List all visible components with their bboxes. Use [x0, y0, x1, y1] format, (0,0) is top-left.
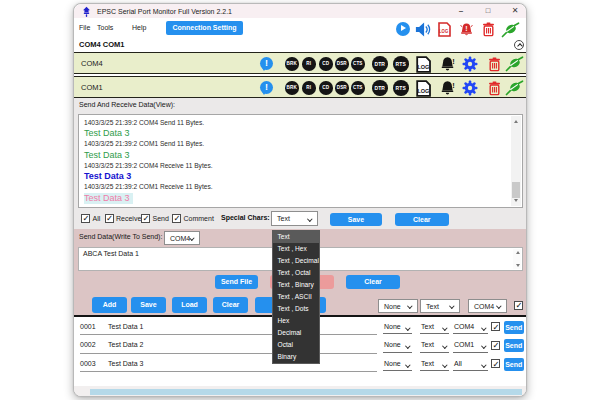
signal-badge[interactable]: DSR	[335, 57, 349, 71]
port-log-icon[interactable]: LOG	[415, 80, 432, 97]
signal-badge[interactable]: DSR	[335, 81, 349, 95]
row-checkbox[interactable]	[491, 359, 500, 368]
minimize-button[interactable]: –	[453, 4, 469, 18]
signal-badge[interactable]: CD	[319, 57, 333, 71]
row-port-select[interactable]: All	[453, 358, 488, 372]
signal-badge[interactable]: CD	[319, 81, 333, 95]
port-plug-icon[interactable]	[505, 80, 524, 96]
send-port-select[interactable]: COM4	[164, 231, 200, 245]
port-plug-icon[interactable]	[505, 56, 524, 72]
row-port-select[interactable]: COM1	[453, 339, 488, 353]
dropdown-option[interactable]: Octal	[273, 339, 319, 351]
dropdown-option[interactable]: Decimal	[273, 327, 319, 339]
dropdown-option[interactable]: Text	[273, 231, 319, 243]
horizontal-scrollbar[interactable]	[74, 386, 526, 397]
signal-badge[interactable]: BRK	[285, 81, 299, 95]
menu-help[interactable]: Help	[132, 18, 146, 38]
log-lines: 1403/3/25 21:39:2 COM4 Send 11 Bytes. Te…	[84, 118, 508, 204]
signal-badge[interactable]: RTS	[393, 80, 409, 96]
row-data[interactable]: Test Data 2	[108, 341, 143, 348]
load-button[interactable]: Load	[172, 297, 207, 313]
collapse-chevron-icon[interactable]	[514, 40, 524, 50]
checkbox-checked-icon[interactable]	[141, 214, 150, 223]
row-checkbox[interactable]	[491, 322, 500, 331]
signal-badge[interactable]: RI	[302, 57, 316, 71]
row-repeat-select[interactable]: None	[383, 339, 412, 353]
signal-badge[interactable]: RTS	[393, 56, 409, 72]
filter-comment[interactable]: Comment	[172, 212, 214, 224]
dropdown-option[interactable]: Binary	[273, 351, 319, 363]
save-button[interactable]: Save	[131, 297, 166, 313]
row-format-select[interactable]: Text	[420, 339, 449, 353]
connection-setting-button[interactable]: Connection Setting	[166, 21, 243, 35]
scroll-down-icon[interactable]	[516, 264, 520, 267]
port-select[interactable]: COM4	[468, 299, 507, 313]
port-bell-icon[interactable]: !	[440, 56, 456, 72]
dropdown-option[interactable]: Text , Decimal	[273, 255, 319, 267]
signal-badge[interactable]: DTR	[372, 80, 388, 96]
row-checkbox[interactable]	[491, 341, 500, 350]
signal-badge[interactable]: DTR	[372, 56, 388, 72]
data-view-scrollbar[interactable]	[511, 116, 521, 206]
port-settings-gear-icon[interactable]	[462, 80, 478, 96]
menu-file[interactable]: File	[79, 18, 90, 38]
filter-send[interactable]: Send	[141, 212, 169, 224]
horizontal-scrollbar-thumb[interactable]	[90, 389, 522, 396]
select-all-checkbox[interactable]	[514, 301, 523, 310]
dropdown-option[interactable]: Hex	[273, 315, 319, 327]
speaker-icon[interactable]	[415, 22, 431, 37]
checkbox-checked-icon[interactable]	[172, 214, 181, 223]
signal-badge[interactable]: BRK	[285, 57, 299, 71]
dropdown-option[interactable]: Text , Dots	[273, 303, 319, 315]
alarm-bell-icon[interactable]: !	[459, 22, 474, 37]
scroll-down-icon[interactable]	[514, 199, 518, 202]
dropdown-option[interactable]: Text , Hex	[273, 243, 319, 255]
row-send-button[interactable]: Send	[504, 358, 524, 371]
input-scrollbar[interactable]	[513, 249, 521, 269]
filter-receive[interactable]: Receive	[105, 212, 142, 224]
signal-badge[interactable]: CTS	[351, 57, 365, 71]
log-file-icon[interactable]: LOG	[437, 22, 452, 37]
checkbox-checked-icon[interactable]	[81, 214, 90, 223]
row-data[interactable]: Test Data 3	[108, 360, 143, 367]
port-log-icon[interactable]: LOG	[415, 56, 432, 73]
port-trash-icon[interactable]	[488, 81, 501, 96]
row-repeat-select[interactable]: None	[383, 358, 412, 372]
connect-plug-icon[interactable]	[501, 22, 520, 38]
row-repeat-select[interactable]: None	[383, 321, 412, 335]
signal-badge[interactable]: CTS	[351, 81, 365, 95]
port-bell-icon[interactable]: !	[440, 80, 456, 96]
special-chars-value: Text	[277, 212, 290, 226]
close-button[interactable]: ✕	[507, 4, 523, 18]
dropdown-option[interactable]: Text , ASCII	[273, 291, 319, 303]
row-send-button[interactable]: Send	[504, 339, 524, 352]
checkbox-checked-icon[interactable]	[105, 214, 114, 223]
repeat-select[interactable]: None	[378, 299, 418, 313]
view-save-button[interactable]: Save	[330, 213, 382, 226]
dropdown-option[interactable]: Text , Binary	[273, 279, 319, 291]
port-settings-gear-icon[interactable]	[462, 56, 478, 72]
row-format-select[interactable]: Text	[420, 321, 449, 335]
menu-tools[interactable]: Tools	[97, 18, 113, 38]
row-port-select[interactable]: COM4	[453, 321, 488, 335]
send-clear-button[interactable]: Clear	[346, 275, 400, 289]
add-button[interactable]: Add	[92, 297, 127, 313]
scroll-up-icon[interactable]	[516, 251, 520, 254]
row-send-button[interactable]: Send	[504, 321, 524, 334]
maximize-button[interactable]: □	[480, 4, 496, 18]
port-trash-icon[interactable]	[488, 57, 501, 72]
filter-all[interactable]: All	[81, 212, 100, 224]
signal-badge[interactable]: RI	[302, 81, 316, 95]
format-select[interactable]: Text	[420, 299, 460, 313]
trash-icon[interactable]	[482, 22, 495, 37]
play-icon[interactable]	[396, 22, 410, 36]
row-format-select[interactable]: Text	[420, 358, 449, 372]
scroll-up-icon[interactable]	[514, 120, 518, 123]
special-chars-select[interactable]: Text	[271, 211, 318, 226]
clear-button[interactable]: Clear	[213, 297, 248, 313]
view-clear-button[interactable]: Clear	[395, 213, 450, 226]
dropdown-option[interactable]: Text , Octal	[273, 267, 319, 279]
row-data[interactable]: Test Data 1	[108, 323, 143, 330]
scrollbar-thumb[interactable]	[512, 182, 520, 198]
send-file-button[interactable]: Send File	[215, 275, 258, 289]
